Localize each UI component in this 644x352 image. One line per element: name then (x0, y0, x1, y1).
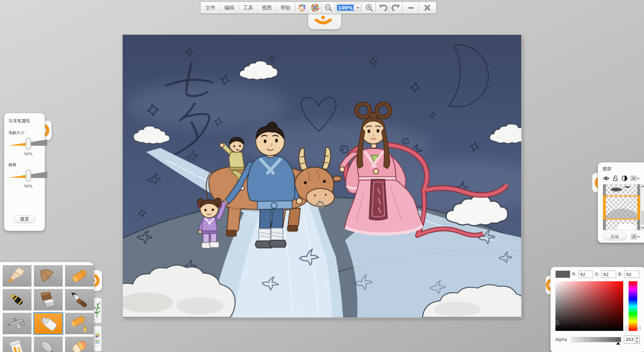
eraser-icon (69, 339, 90, 352)
chevron-down-icon (357, 7, 359, 9)
scroll-down-icon[interactable] (641, 226, 644, 229)
layer-menu-icon[interactable] (631, 234, 640, 240)
red-input[interactable] (578, 271, 593, 278)
ink-brush-icon (69, 291, 90, 308)
hue-marker-left[interactable] (626, 326, 628, 330)
hue-bar[interactable] (629, 281, 637, 331)
sv-marker[interactable] (555, 321, 559, 325)
alpha-increment-button[interactable] (635, 336, 639, 340)
fountain-pen-icon (6, 291, 28, 308)
alpha-spinbox (624, 336, 640, 344)
paint-jar-icon (6, 339, 28, 352)
layer-row-background[interactable] (603, 220, 640, 230)
slider-thumb[interactable] (26, 138, 31, 149)
layer-edge-bar (603, 196, 606, 219)
zoom-level-input[interactable]: 100% (336, 4, 355, 12)
tool-wooden-pen[interactable] (34, 265, 63, 287)
layer-edge-bar (637, 220, 640, 230)
alpha-value-input[interactable] (624, 336, 634, 343)
blend-list-icon[interactable] (631, 175, 639, 181)
marker-properties-panel: 马克笔属性 笔触大小 50% 稀释 50% 重置 (4, 113, 45, 231)
stamps-tab[interactable] (93, 326, 102, 351)
zoom-out-icon (324, 3, 333, 12)
tool-airbrush[interactable] (3, 313, 32, 334)
tool-crayon[interactable] (65, 265, 94, 287)
saturation-value-area[interactable] (555, 281, 623, 331)
color-wheel-button[interactable] (309, 3, 321, 13)
green-input[interactable] (601, 271, 616, 278)
menu-help[interactable]: 帮助 (276, 3, 295, 13)
layer-list (603, 184, 640, 230)
dilution-slider[interactable] (8, 169, 48, 182)
menu-file[interactable]: 文件 (201, 3, 220, 13)
green-label: G: (595, 272, 599, 277)
layer-row-paint-selected[interactable] (603, 195, 640, 220)
reset-button[interactable]: 重置 (13, 215, 36, 223)
hue-marker-right[interactable] (638, 326, 640, 330)
alpha-marker[interactable] (616, 342, 620, 345)
tool-paint-roller[interactable] (65, 313, 94, 334)
brush-size-slider[interactable] (8, 137, 48, 150)
minimize-icon (407, 4, 415, 11)
zoom-out-button[interactable] (322, 3, 335, 13)
layer-row-sketch[interactable] (603, 184, 640, 195)
color-wheel-icon (310, 3, 320, 12)
tool-grid (3, 265, 94, 352)
visibility-eye-icon[interactable] (603, 175, 609, 181)
alpha-label: Alpha (555, 337, 569, 342)
alpha-slider[interactable] (572, 337, 621, 342)
menu-view[interactable]: 视图 (258, 3, 276, 13)
layer-list-scrollbar[interactable] (640, 184, 644, 230)
zoom-dropdown-button[interactable] (355, 4, 361, 12)
redo-icon (391, 3, 401, 12)
new-layer-button[interactable]: 新建 (603, 233, 627, 240)
scrollbar-thumb[interactable] (641, 211, 644, 225)
tool-fountain-pen[interactable] (3, 289, 32, 310)
redo-button[interactable] (390, 3, 402, 13)
paint-roller-icon (69, 315, 90, 332)
wooden-pen-icon (38, 268, 59, 284)
bamboo-icon (94, 301, 100, 320)
tool-palette-panel (0, 262, 94, 352)
flat-brush-icon (38, 291, 59, 308)
undo-button[interactable] (376, 3, 389, 13)
drawing-canvas[interactable] (122, 35, 522, 318)
crayon-icon (69, 268, 90, 284)
zoom-in-button[interactable] (363, 3, 376, 13)
tool-palette-knife[interactable] (34, 337, 63, 352)
tool-ink-brush[interactable] (65, 289, 94, 310)
alpha-decrement-button[interactable] (635, 340, 639, 343)
tool-colored-pencil[interactable] (3, 265, 32, 287)
brush-size-value: 50% (8, 152, 41, 156)
layer-thumbnail-white (603, 220, 640, 230)
color-palette-button[interactable] (296, 3, 309, 13)
dilution-label: 稀释 (8, 162, 41, 168)
canvas-artwork (123, 35, 521, 317)
slider-thumb[interactable] (26, 170, 31, 181)
scroll-up-icon[interactable] (641, 185, 644, 188)
tool-paint-jar[interactable] (3, 337, 32, 352)
blue-input[interactable] (625, 271, 639, 278)
bamboo-stencil-tab[interactable] (93, 298, 102, 323)
opacity-contrast-icon[interactable] (622, 175, 628, 181)
layer-thumbnail-scribbles (603, 184, 640, 195)
layer-edge-bar (637, 184, 640, 195)
unlock-icon[interactable] (612, 175, 619, 181)
tool-flat-brush[interactable] (34, 289, 63, 310)
tool-marker-selected[interactable] (34, 313, 63, 334)
zoom-level-value: 100% (337, 5, 354, 11)
menu-edit[interactable]: 编辑 (220, 3, 239, 13)
chevron-up-icon (636, 337, 638, 339)
layer-edge-bar (603, 220, 606, 230)
marker-icon (38, 315, 59, 332)
airbrush-icon (6, 315, 28, 332)
color-picker-panel: R: G: B: Alpha (550, 267, 644, 352)
close-icon (424, 4, 431, 11)
current-color-swatch (555, 271, 570, 278)
tool-eraser[interactable] (65, 337, 94, 352)
layer-edge-bar (603, 184, 606, 195)
menu-tools[interactable]: 工具 (239, 3, 258, 13)
layers-panel: 图层 (598, 162, 644, 243)
minimize-button[interactable] (403, 3, 419, 13)
close-button[interactable] (419, 3, 435, 13)
